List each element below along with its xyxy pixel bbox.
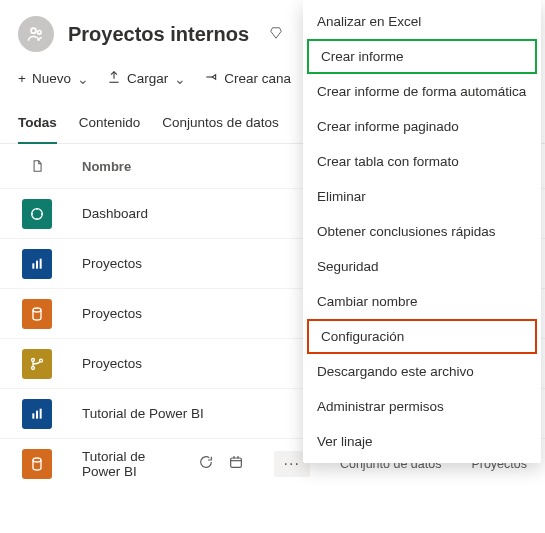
schedule-icon[interactable] bbox=[228, 454, 244, 473]
svg-rect-10 bbox=[32, 413, 34, 418]
svg-point-1 bbox=[38, 31, 42, 35]
premium-diamond-icon bbox=[269, 26, 283, 43]
svg-rect-14 bbox=[230, 458, 241, 467]
context-menu-item[interactable]: Crear informe paginado bbox=[303, 109, 541, 144]
context-menu-item[interactable]: Descargando este archivo bbox=[303, 354, 541, 389]
pipeline-label: Crear cana bbox=[224, 71, 291, 86]
svg-rect-5 bbox=[40, 258, 42, 268]
chevron-down-icon: ⌄ bbox=[174, 71, 186, 87]
svg-point-6 bbox=[33, 308, 41, 312]
row-type-icon bbox=[22, 399, 52, 429]
context-menu-item[interactable]: Ver linaje bbox=[303, 424, 541, 459]
row-name[interactable]: Tutorial de Power BI bbox=[82, 449, 168, 479]
context-menu-item[interactable]: Administrar permisos bbox=[303, 389, 541, 424]
new-button[interactable]: + Nuevo ⌄ bbox=[18, 71, 89, 87]
upload-icon bbox=[107, 70, 121, 87]
new-label: Nuevo bbox=[32, 71, 71, 86]
svg-point-8 bbox=[32, 366, 35, 369]
context-menu-item[interactable]: Analizar en Excel bbox=[303, 4, 541, 39]
svg-point-0 bbox=[31, 28, 36, 33]
workspace-avatar-icon bbox=[18, 16, 54, 52]
context-menu-item[interactable]: Seguridad bbox=[303, 249, 541, 284]
row-type-icon bbox=[22, 349, 52, 379]
svg-point-13 bbox=[33, 458, 41, 462]
context-menu-item[interactable]: Eliminar bbox=[303, 179, 541, 214]
row-type-icon bbox=[22, 449, 52, 479]
row-type-icon bbox=[22, 249, 52, 279]
context-menu-item[interactable]: Crear informe de forma automática bbox=[303, 74, 541, 109]
context-menu-item[interactable]: Crear informe bbox=[307, 39, 537, 74]
row-type-icon bbox=[22, 199, 52, 229]
svg-rect-4 bbox=[36, 260, 38, 268]
context-menu-item[interactable]: Configuración bbox=[307, 319, 537, 354]
context-menu: Analizar en ExcelCrear informeCrear info… bbox=[303, 0, 541, 463]
pipeline-icon bbox=[204, 70, 218, 87]
plus-icon: + bbox=[18, 71, 26, 86]
context-menu-item[interactable]: Cambiar nombre bbox=[303, 284, 541, 319]
tab-content[interactable]: Contenido bbox=[79, 105, 141, 143]
svg-rect-3 bbox=[32, 263, 34, 268]
workspace-title: Proyectos internos bbox=[68, 23, 249, 46]
tab-all[interactable]: Todas bbox=[18, 105, 57, 144]
context-menu-item[interactable]: Crear tabla con formato bbox=[303, 144, 541, 179]
create-pipeline-button[interactable]: Crear cana bbox=[204, 70, 291, 87]
svg-point-7 bbox=[32, 358, 35, 361]
tab-datasets[interactable]: Conjuntos de datos bbox=[162, 105, 278, 143]
context-menu-item[interactable]: Obtener conclusiones rápidas bbox=[303, 214, 541, 249]
svg-point-2 bbox=[32, 208, 43, 219]
svg-rect-11 bbox=[36, 410, 38, 418]
refresh-icon[interactable] bbox=[198, 454, 214, 473]
column-type-icon bbox=[22, 158, 52, 174]
svg-point-9 bbox=[40, 359, 43, 362]
upload-button[interactable]: Cargar ⌄ bbox=[107, 70, 186, 87]
svg-rect-12 bbox=[40, 408, 42, 418]
row-actions bbox=[198, 454, 244, 473]
chevron-down-icon: ⌄ bbox=[77, 71, 89, 87]
upload-label: Cargar bbox=[127, 71, 168, 86]
row-type-icon bbox=[22, 299, 52, 329]
